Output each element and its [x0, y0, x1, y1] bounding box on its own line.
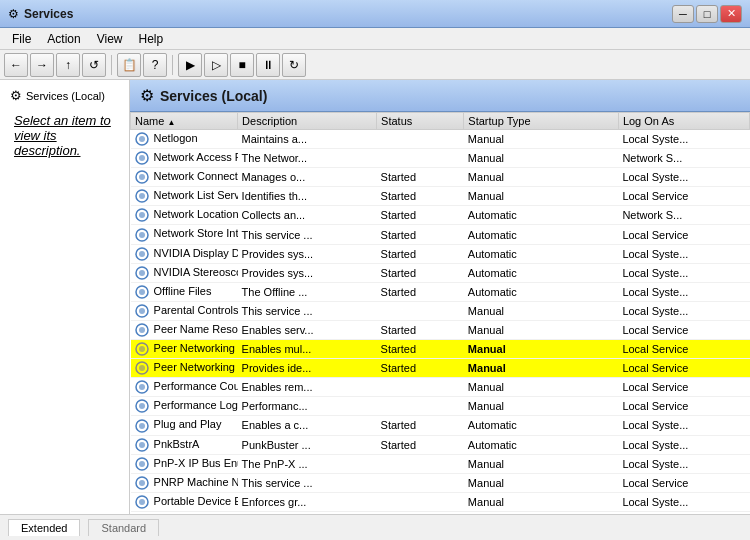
stop-button[interactable]: ■ [230, 53, 254, 77]
table-row[interactable]: Netlogon Maintains a... Manual Local Sys… [131, 130, 750, 149]
table-row[interactable]: Parental Controls This service ... Manua… [131, 301, 750, 320]
service-icon [135, 399, 149, 413]
menu-help[interactable]: Help [131, 30, 172, 48]
description-title: Select an item to view its description. [14, 113, 115, 158]
cell-desc: PunkBuster ... [238, 435, 377, 454]
service-icon [135, 208, 149, 222]
service-icon [135, 151, 149, 165]
up-button[interactable]: ↑ [56, 53, 80, 77]
table-row[interactable]: Performance Logs... Performanc... Manual… [131, 397, 750, 416]
cell-desc: The Networ... [238, 149, 377, 168]
sidebar-item-label: Services (Local) [26, 90, 105, 102]
table-row[interactable]: PnP-X IP Bus Enu... The PnP-X ... Manual… [131, 454, 750, 473]
service-icon [135, 380, 149, 394]
toolbar: ← → ↑ ↺ 📋 ? ▶ ▷ ■ ⏸ ↻ [0, 50, 750, 80]
cell-logon: Local Service [618, 320, 749, 339]
service-icon [135, 132, 149, 146]
cell-name: Peer Networking ... [131, 340, 238, 359]
back-button[interactable]: ← [4, 53, 28, 77]
cell-desc: Identifies th... [238, 187, 377, 206]
tab-extended[interactable]: Extended [8, 519, 80, 536]
table-row[interactable]: Network Access P... The Networ... Manual… [131, 149, 750, 168]
refresh-button[interactable]: ↺ [82, 53, 106, 77]
col-name[interactable]: Name ▲ [131, 113, 238, 130]
close-button[interactable]: ✕ [720, 5, 742, 23]
cell-name: Network Connecti... [131, 168, 238, 187]
window-controls: ─ □ ✕ [672, 5, 742, 23]
table-row[interactable]: PnkBstrA PunkBuster ... Started Automati… [131, 435, 750, 454]
service-icon [135, 170, 149, 184]
services-table: Name ▲ Description Status Startup Type [130, 112, 750, 512]
cell-logon: Local Service [618, 187, 749, 206]
cell-status [377, 149, 464, 168]
table-row[interactable]: Portable Device E... Enforces gr... Manu… [131, 492, 750, 511]
col-logon[interactable]: Log On As [618, 113, 749, 130]
restart-button[interactable]: ↻ [282, 53, 306, 77]
help-icon-button[interactable]: ? [143, 53, 167, 77]
cell-startup: Automatic [464, 435, 619, 454]
restore-button[interactable]: □ [696, 5, 718, 23]
sidebar-item-services-local[interactable]: ⚙ Services (Local) [6, 86, 123, 105]
app-icon: ⚙ [8, 7, 22, 21]
forward-button[interactable]: → [30, 53, 54, 77]
toolbar-separator-2 [172, 55, 173, 75]
service-icon [135, 361, 149, 375]
col-description[interactable]: Description [238, 113, 377, 130]
properties-button[interactable]: 📋 [117, 53, 141, 77]
cell-desc: The Offline ... [238, 282, 377, 301]
cell-startup: Manual [464, 492, 619, 511]
service-icon [135, 495, 149, 509]
menu-file[interactable]: File [4, 30, 39, 48]
table-row[interactable]: PNRP Machine Na... This service ... Manu… [131, 473, 750, 492]
table-row[interactable]: Network Store Int... This service ... St… [131, 225, 750, 244]
description-area: Select an item to view its description. [6, 105, 123, 170]
cell-desc: This service ... [238, 473, 377, 492]
cell-name: Network List Service [131, 187, 238, 206]
table-row[interactable]: Network List Service Identifies th... St… [131, 187, 750, 206]
menu-view[interactable]: View [89, 30, 131, 48]
play-button[interactable]: ▶ [178, 53, 202, 77]
cell-desc: Manages o... [238, 168, 377, 187]
cell-startup: Manual [464, 473, 619, 492]
cell-desc: Performanc... [238, 397, 377, 416]
menu-action[interactable]: Action [39, 30, 88, 48]
cell-name: Plug and Play [131, 416, 238, 435]
table-row[interactable]: Plug and Play Enables a c... Started Aut… [131, 416, 750, 435]
tab-standard[interactable]: Standard [88, 519, 159, 536]
cell-desc: Enables mul... [238, 340, 377, 359]
pause-button[interactable]: ⏸ [256, 53, 280, 77]
col-startup[interactable]: Startup Type [464, 113, 619, 130]
cell-logon: Network S... [618, 206, 749, 225]
table-row[interactable]: Network Connecti... Manages o... Started… [131, 168, 750, 187]
services-table-wrapper[interactable]: Name ▲ Description Status Startup Type [130, 112, 750, 514]
cell-status [377, 397, 464, 416]
cell-name: NVIDIA Stereosco... [131, 263, 238, 282]
table-row[interactable]: Offline Files The Offline ... Started Au… [131, 282, 750, 301]
cell-status: Started [377, 168, 464, 187]
table-row[interactable]: Network Location ... Collects an... Star… [131, 206, 750, 225]
table-row[interactable]: Peer Networking ... Enables mul... Start… [131, 340, 750, 359]
cell-startup: Manual [464, 187, 619, 206]
table-row[interactable]: Peer Networking I... Provides ide... Sta… [131, 359, 750, 378]
col-status[interactable]: Status [377, 113, 464, 130]
play-next-button[interactable]: ▷ [204, 53, 228, 77]
cell-name: Peer Networking I... [131, 359, 238, 378]
service-icon [135, 457, 149, 471]
table-row[interactable]: NVIDIA Display Dri... Provides sys... St… [131, 244, 750, 263]
svg-point-27 [139, 384, 145, 390]
table-row[interactable]: NVIDIA Stereosco... Provides sys... Star… [131, 263, 750, 282]
minimize-button[interactable]: ─ [672, 5, 694, 23]
service-icon [135, 304, 149, 318]
cell-logon: Local Syste... [618, 244, 749, 263]
cell-name: Network Location ... [131, 206, 238, 225]
cell-startup: Manual [464, 454, 619, 473]
cell-logon: Local Syste... [618, 263, 749, 282]
toolbar-separator-1 [111, 55, 112, 75]
cell-name: Network Store Int... [131, 225, 238, 244]
table-row[interactable]: Peer Name Resolu... Enables serv... Star… [131, 320, 750, 339]
table-row[interactable]: Performance Cou... Enables rem... Manual… [131, 378, 750, 397]
service-icon [135, 189, 149, 203]
left-panel: ⚙ Services (Local) Select an item to vie… [0, 80, 130, 514]
service-icon [135, 266, 149, 280]
svg-point-5 [139, 174, 145, 180]
